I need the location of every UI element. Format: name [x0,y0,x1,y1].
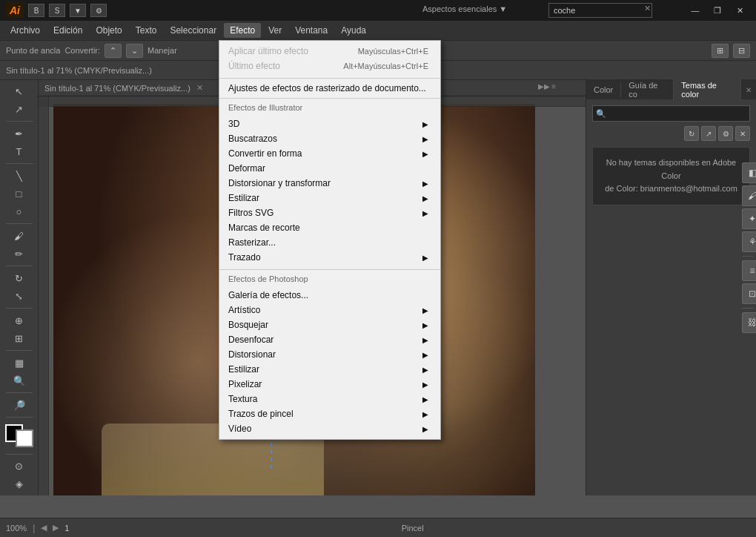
tool-type[interactable]: T [3,143,36,159]
theme-search-icon: 🔍 [593,109,609,119]
tool-pencil[interactable]: ✏ [3,246,36,262]
menu-item-trazado[interactable]: Trazado ▶ [219,250,440,265]
tool-zoom[interactable]: 🔎 [3,397,36,413]
menu-item-distorsionar-transformar[interactable]: Distorsionar y transformar ▶ [219,176,440,191]
tool-gradient[interactable]: ▦ [3,355,36,371]
tool-name: Pincel [402,524,424,533]
share-icon[interactable]: ↗ [701,126,716,141]
divider-8 [6,417,33,418]
pattern-icon[interactable]: ⚘ [742,231,756,252]
menu-item-last-effect[interactable]: Último efecto Alt+Mayúsculas+Ctrl+E [219,59,440,73]
tool-eyedropper[interactable]: 🔍 [3,372,36,389]
nav-prev-icon[interactable]: ◀ [41,523,47,533]
menu-seleccionar[interactable]: Seleccionar [164,23,222,38]
fg-bg-colors[interactable] [5,424,33,447]
icon-btn-2[interactable]: S [49,4,65,17]
tool-mesh[interactable]: ⊞ [3,330,36,346]
theme-search-container: 🔍 [592,105,750,122]
tool-extra-1[interactable]: ⊙ [3,458,36,475]
close-panel-icon[interactable]: ✕ [735,126,750,141]
menu-item-desenfocar[interactable]: Desenfocar ▶ [219,332,440,347]
menu-item-rasterizar[interactable]: Rasterizar... [219,235,440,250]
tool-ellipse[interactable]: ○ [3,203,36,220]
menu-sep-2 [219,98,440,99]
icon-divider [742,256,754,257]
minimize-button[interactable]: — [685,3,706,18]
menu-texto[interactable]: Texto [130,23,163,38]
brush-icon[interactable]: 🖌 [742,185,756,206]
theme-search-input[interactable] [609,109,749,118]
menu-ventana[interactable]: Ventana [289,23,334,38]
convert-btn-2[interactable]: ⌄ [126,44,143,58]
menu-item-galeria-efectos[interactable]: Galería de efectos... [219,288,440,303]
menu-ver[interactable]: Ver [262,23,288,38]
tool-rotate[interactable]: ↻ [3,270,36,286]
background-color[interactable] [16,429,33,447]
nav-next-icon[interactable]: ▶ [53,523,59,533]
tool-line[interactable]: ╲ [3,168,36,184]
tool-rect[interactable]: □ [3,185,36,202]
swatch-icon[interactable]: ◧ [742,162,756,183]
search-container: ✕ [548,3,652,18]
panel-menu-icon[interactable]: ▶▶ [538,82,550,90]
refresh-icon[interactable]: ↻ [684,126,699,141]
manejar-label: Manejar [147,46,177,55]
icon-btn-4[interactable]: ⚙ [90,4,107,17]
menu-efecto[interactable]: Efecto [224,23,261,38]
menu-item-deformar[interactable]: Deformar [219,161,440,176]
link-icon[interactable]: ⛓ [742,312,756,333]
tab-color[interactable]: Color [586,82,621,97]
tool-pen[interactable]: ✒ [3,125,36,142]
menu-item-filtros-svg[interactable]: Filtros SVG ▶ [219,205,440,220]
menu-item-artistico[interactable]: Artístico ▶ [219,303,440,317]
options-icon[interactable]: ⚙ [718,126,733,141]
menu-section-illustrator: 3D ▶ Buscatrazos ▶ Convertir en forma ▶ … [219,113,440,268]
panel-options-icon[interactable]: ≡ [551,82,556,90]
tool-scale[interactable]: ⤡ [3,288,36,304]
menu-archivo[interactable]: Archivo [4,23,46,38]
tab-themes[interactable]: Temas de color [674,78,740,102]
workspace-selector[interactable]: Aspectos esenciales ▼ [422,4,507,13]
menu-item-trazos-pincel[interactable]: Trazos de pincel ▶ [219,406,440,421]
menu-item-video[interactable]: Vídeo ▶ [219,421,440,436]
menu-item-3d[interactable]: 3D ▶ [219,116,440,131]
canvas-tab-close[interactable]: ✕ [196,83,203,93]
divider-7 [6,392,33,393]
search-input[interactable] [548,3,652,18]
tool-direct-select[interactable]: ↗ [3,101,36,117]
menu-item-estilizar-illus[interactable]: Estilizar ▶ [219,191,440,205]
menu-ayuda[interactable]: Ayuda [335,23,372,38]
convert-btn-1[interactable]: ⌃ [105,44,122,58]
panel-action-icons: ↻ ↗ ⚙ ✕ [592,126,750,141]
panel-close-icon[interactable]: ✕ [741,82,756,98]
icon-btn-1[interactable]: B [28,4,44,17]
tool-blend[interactable]: ⊕ [3,312,36,329]
menu-item-buscatrazos[interactable]: Buscatrazos ▶ [219,131,440,146]
icon-btn-3[interactable]: ▼ [70,4,86,17]
layers-icon[interactable]: ≡ [742,260,756,281]
menu-edicion[interactable]: Edición [47,23,88,38]
menu-item-apply-last-effect[interactable]: Aplicar último efecto Mayúsculas+Ctrl+E [219,44,440,59]
close-button[interactable]: ✕ [729,3,750,18]
menu-item-convertir-forma[interactable]: Convertir en forma ▶ [219,146,440,161]
menu-item-distorsionar[interactable]: Distorsionar ▶ [219,347,440,362]
tool-brush[interactable]: 🖌 [3,228,36,244]
artboard-icon[interactable]: ⊡ [742,283,756,304]
title-bar: Ai B S ▼ ⚙ Aspectos esenciales ▼ ✕ — ❐ ✕ [0,0,756,21]
menu-objeto[interactable]: Objeto [90,23,127,38]
menu-item-textura[interactable]: Textura ▶ [219,392,440,406]
menu-item-pixelizar[interactable]: Pixelizar ▶ [219,377,440,392]
maximize-button[interactable]: ❐ [707,3,728,18]
right-side-icons: ◧ 🖌 ✦ ⚘ ≡ ⊡ ⛓ [740,160,756,335]
menu-item-adjustments[interactable]: Ajustes de efectos de rasterizado de doc… [219,80,440,96]
tool-extra-2[interactable]: ◈ [3,476,36,492]
search-clear-icon[interactable]: ✕ [644,4,651,13]
transform-btn2[interactable]: ⊟ [733,44,750,58]
transform-btn[interactable]: ⊞ [712,44,729,58]
tool-select[interactable]: ↖ [3,83,36,99]
menu-item-estilizar-photo[interactable]: Estilizar ▶ [219,362,440,377]
symbol-icon[interactable]: ✦ [742,208,756,229]
menu-item-marcas-recorte[interactable]: Marcas de recorte [219,220,440,235]
menu-item-bosquejar[interactable]: Bosquejar ▶ [219,317,440,332]
tab-guide[interactable]: Guía de co [621,78,674,102]
